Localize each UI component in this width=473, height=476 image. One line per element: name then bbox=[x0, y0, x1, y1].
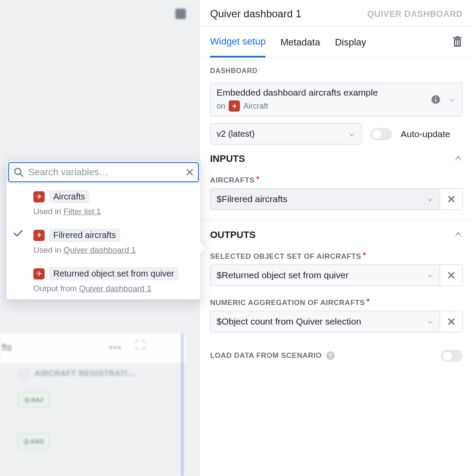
outputs-label: OUTPUTS bbox=[210, 229, 256, 241]
selected-set-clear-button[interactable] bbox=[440, 264, 463, 286]
more-icon: ••• bbox=[109, 342, 122, 353]
inputs-label: INPUTS bbox=[210, 153, 245, 164]
chevron-down-icon[interactable] bbox=[448, 97, 456, 102]
selected-set-value: $Returned object set from quiver bbox=[217, 270, 349, 280]
required-star: * bbox=[363, 251, 366, 260]
svg-rect-5 bbox=[459, 40, 460, 45]
svg-line-16 bbox=[20, 174, 23, 177]
variable-option[interactable]: ✈ Returned object set from quiver Output… bbox=[6, 261, 201, 299]
close-icon bbox=[447, 271, 455, 279]
trash-icon bbox=[452, 36, 463, 48]
variable-picker-popover: ✈ Aircrafts Used in Filter list 1 ✈ Filr… bbox=[6, 160, 201, 300]
svg-rect-3 bbox=[455, 40, 456, 45]
scenario-toggle[interactable] bbox=[441, 350, 463, 362]
check-icon bbox=[13, 228, 28, 237]
svg-rect-2 bbox=[456, 36, 459, 38]
airplane-icon: ✈ bbox=[33, 191, 45, 203]
scenario-row: LOAD DATA FROM SCENARIO ? bbox=[200, 332, 473, 370]
airplane-icon: ✈ bbox=[33, 268, 45, 280]
version-row: v2 (latest) Auto-update bbox=[210, 123, 463, 145]
airplane-icon: ✈ bbox=[33, 230, 45, 241]
outputs-header[interactable]: OUTPUTS bbox=[200, 221, 473, 245]
search-icon bbox=[13, 167, 24, 177]
variable-name: Aircrafts bbox=[49, 190, 89, 203]
numeric-agg-value-select[interactable]: $Object count from Quiver selection bbox=[210, 311, 440, 332]
blurred-toolbar bbox=[0, 333, 186, 363]
panel-header: Quiver dashboard 1 QUIVER DASHBOARD bbox=[200, 0, 473, 26]
aircrafts-field-label: AIRCRAFTS* bbox=[200, 169, 473, 188]
check-slot bbox=[13, 267, 28, 268]
check-slot bbox=[13, 190, 28, 191]
required-star: * bbox=[256, 175, 260, 183]
variable-option[interactable]: ✈ Filrered aircrafts Used in Quiver dash… bbox=[6, 222, 201, 261]
aircrafts-clear-button[interactable] bbox=[440, 188, 463, 210]
numeric-agg-clear-button[interactable] bbox=[440, 311, 463, 332]
aircrafts-input-select: $Filrered aircrafts bbox=[210, 188, 463, 210]
chevron-down-icon bbox=[427, 273, 434, 277]
required-star: * bbox=[366, 297, 370, 306]
auto-update-toggle[interactable] bbox=[370, 128, 392, 140]
aircrafts-value-select[interactable]: $Filrered aircrafts bbox=[210, 188, 440, 210]
tab-metadata[interactable]: Metadata bbox=[280, 27, 320, 57]
svg-rect-7 bbox=[435, 99, 436, 102]
dashboard-section: DASHBOARD bbox=[200, 58, 473, 78]
widget-config-panel: Quiver dashboard 1 QUIVER DASHBOARD Widg… bbox=[199, 0, 473, 476]
help-icon[interactable]: ? bbox=[326, 351, 335, 360]
blurred-badge bbox=[18, 369, 29, 379]
blurred-divider bbox=[182, 333, 183, 476]
auto-update-label: Auto-update bbox=[401, 129, 450, 139]
svg-rect-8 bbox=[435, 97, 436, 98]
selected-set-select: $Returned object set from quiver bbox=[210, 264, 463, 286]
variable-usage: Used in Quiver dashboard 1 bbox=[33, 245, 194, 255]
variable-option[interactable]: ✈ Aircrafts Used in Filter list 1 bbox=[6, 184, 201, 222]
variable-name: Filrered aircrafts bbox=[49, 228, 120, 242]
panel-type-label: QUIVER DASHBOARD bbox=[367, 9, 463, 19]
chevron-down-icon bbox=[348, 132, 355, 136]
chevron-down-icon bbox=[427, 197, 434, 201]
tab-display[interactable]: Display bbox=[335, 27, 366, 57]
chevron-up-icon bbox=[454, 156, 463, 161]
close-icon[interactable] bbox=[186, 168, 194, 176]
dashboard-selector[interactable]: Embedded dashboard aircrafts example on … bbox=[210, 83, 463, 116]
inputs-header[interactable]: INPUTS bbox=[200, 145, 473, 169]
delete-button[interactable] bbox=[452, 36, 463, 48]
variable-search-input[interactable] bbox=[28, 167, 181, 178]
numeric-agg-label: NUMERIC AGGREGATION OF AIRCRAFTS* bbox=[200, 286, 473, 311]
variable-usage: Used in Filter list 1 bbox=[33, 207, 194, 216]
unknown-square-icon bbox=[175, 9, 186, 19]
info-icon[interactable] bbox=[431, 95, 441, 104]
variable-search[interactable] bbox=[8, 162, 199, 182]
tab-widget-setup[interactable]: Widget setup bbox=[210, 26, 266, 58]
chevron-down-icon bbox=[427, 319, 434, 324]
scenario-label: LOAD DATA FROM SCENARIO ? bbox=[210, 351, 335, 360]
airplane-icon: ✈ bbox=[229, 100, 240, 112]
close-icon bbox=[447, 318, 455, 325]
svg-rect-4 bbox=[457, 40, 458, 45]
variable-name: Returned object set from quiver bbox=[49, 267, 178, 280]
dashboard-object-type: on ✈ Aircraft bbox=[217, 100, 431, 112]
on-prefix: on bbox=[217, 102, 225, 111]
blurred-column-header: AIRCRAFT REGISTRATI… bbox=[35, 369, 136, 378]
blurred-chip: Q-AAO bbox=[18, 434, 49, 449]
dashboard-section-label: DASHBOARD bbox=[210, 67, 463, 75]
version-value: v2 (latest) bbox=[217, 129, 255, 139]
aircrafts-value: $Filrered aircrafts bbox=[217, 194, 287, 204]
tabs: Widget setup Metadata Display bbox=[200, 26, 473, 58]
dashboard-name: Embedded dashboard aircrafts example bbox=[217, 87, 431, 98]
blurred-chip: Q-AAJ bbox=[18, 392, 49, 408]
svg-point-15 bbox=[15, 168, 21, 174]
numeric-agg-select: $Object count from Quiver selection bbox=[210, 311, 463, 332]
close-icon bbox=[447, 195, 455, 203]
blurred-title: fts bbox=[2, 342, 12, 353]
selected-set-label: SELECTED OBJECT SET OF AIRCRAFTS* bbox=[200, 245, 473, 264]
chevron-up-icon bbox=[454, 232, 463, 238]
numeric-agg-value: $Object count from Quiver selection bbox=[217, 316, 361, 327]
panel-title: Quiver dashboard 1 bbox=[210, 8, 301, 20]
variable-usage: Output from Quiver dashboard 1 bbox=[33, 284, 194, 293]
selected-set-value-select[interactable]: $Returned object set from quiver bbox=[210, 264, 440, 286]
version-select[interactable]: v2 (latest) bbox=[210, 123, 362, 145]
object-type-name: Aircraft bbox=[243, 102, 268, 111]
expand-icon: ⛶ bbox=[135, 339, 146, 351]
